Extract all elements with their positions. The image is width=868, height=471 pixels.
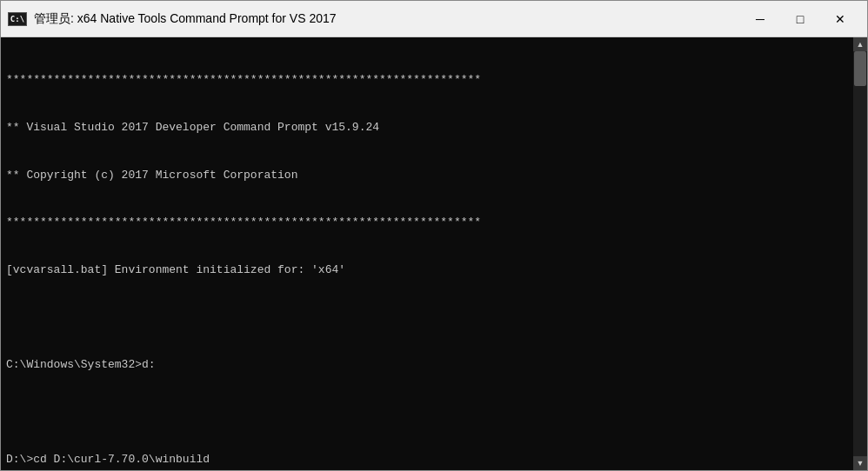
console-line-5: [vcvarsall.bat] Environment initialized …	[6, 262, 848, 278]
app-icon: C:\	[8, 12, 27, 26]
console-area: ****************************************…	[1, 37, 867, 470]
scroll-up-button[interactable]: ▲	[853, 37, 867, 51]
console-line-6	[6, 309, 848, 325]
console-line-1: ****************************************…	[6, 72, 848, 88]
maximize-button[interactable]: □	[780, 6, 820, 32]
title-bar: C:\ 管理员: x64 Native Tools Command Prompt…	[1, 1, 867, 37]
scroll-down-button[interactable]: ▼	[853, 456, 867, 470]
main-window: C:\ 管理员: x64 Native Tools Command Prompt…	[0, 0, 868, 471]
console-line-3: ** Copyright (c) 2017 Microsoft Corporat…	[6, 168, 848, 183]
window-title: 管理员: x64 Native Tools Command Prompt for…	[34, 11, 740, 27]
scroll-track-y[interactable]	[853, 51, 867, 456]
console-line-2: ** Visual Studio 2017 Developer Command …	[6, 120, 848, 136]
close-button[interactable]: ✕	[820, 6, 860, 32]
minimize-button[interactable]: ─	[740, 6, 780, 32]
window-controls: ─ □ ✕	[740, 6, 860, 32]
console-line-7: C:\Windows\System32>d:	[6, 357, 848, 373]
vertical-scrollbar[interactable]: ▲ ▼	[853, 37, 867, 470]
console-output[interactable]: ****************************************…	[1, 37, 853, 470]
console-line-8	[6, 404, 848, 420]
console-line-4: ****************************************…	[6, 215, 848, 230]
console-line-9: D:\>cd D:\curl-7.70.0\winbuild	[6, 452, 848, 468]
scroll-thumb-y[interactable]	[854, 51, 866, 86]
